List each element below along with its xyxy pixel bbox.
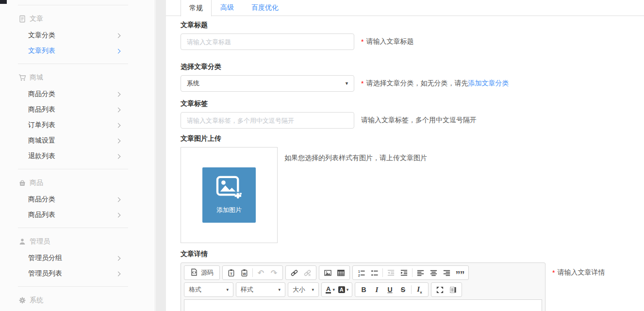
sidebar-item-product-list[interactable]: 商品列表: [0, 102, 155, 117]
chevron-right-icon: [116, 33, 121, 38]
svg-text:1: 1: [358, 269, 360, 273]
required-asterisk: *: [361, 80, 363, 87]
image-hint: 如果您选择的列表样式有图片，请上传文章图片: [284, 133, 427, 163]
align-left-icon[interactable]: [414, 267, 427, 278]
link-icon[interactable]: [288, 267, 301, 278]
sidebar-item-label: 管理员分组: [28, 254, 62, 262]
tab-general[interactable]: 常规: [181, 0, 212, 16]
undo-icon[interactable]: ↶: [254, 267, 267, 278]
admin-page: 文章 文章分类 文章列表 商城 商品分类 商品列表 订单列表 商城设置 退: [0, 0, 644, 311]
sidebar-section-mall: 商城: [0, 69, 155, 86]
sidebar-item-admin-list[interactable]: 管理员列表: [0, 266, 155, 281]
text-color-icon[interactable]: A▾: [324, 284, 337, 295]
tags-label: 文章标签: [181, 98, 354, 108]
sidebar-section-label: 文章: [30, 15, 43, 23]
hint-text: 请输入文章详情: [557, 268, 605, 277]
sidebar-divider: [18, 286, 128, 287]
svg-text:2: 2: [358, 273, 360, 277]
insert-table-icon[interactable]: [334, 267, 347, 278]
article-form: 文章标题 * 请输入文章标题 选择文章分类 系统 ▼: [166, 16, 644, 311]
italic-icon[interactable]: I: [370, 284, 383, 295]
sidebar-item-label: 商品分类: [28, 90, 55, 98]
bold-icon[interactable]: B: [357, 284, 370, 295]
tags-input[interactable]: [181, 112, 354, 129]
redo-icon[interactable]: ↷: [267, 267, 281, 278]
sidebar-item-label: 商品列表: [28, 211, 55, 219]
sidebar-divider: [18, 169, 128, 169]
show-blocks-icon[interactable]: [446, 284, 460, 295]
sidebar-item-order-list[interactable]: 订单列表: [0, 117, 155, 133]
hint-text: 请输入文章标签，多个用中文逗号隔开: [361, 116, 477, 125]
caret-down-icon: ▼: [345, 81, 349, 86]
sidebar-item-goods-category[interactable]: 商品分类: [0, 192, 155, 207]
sidebar-section-label: 商城: [30, 73, 43, 82]
hint-text: 请输入文章标题: [366, 37, 413, 46]
format-dropdown[interactable]: 格式 ▾: [184, 282, 233, 297]
sidebar-item-label: 订单列表: [28, 121, 55, 130]
insert-image-icon[interactable]: [321, 267, 334, 278]
sidebar-item-basic-info[interactable]: 基本信息: [0, 309, 155, 311]
align-center-icon[interactable]: [427, 267, 440, 278]
hint-text: 如果您选择的列表样式有图片，请上传文章图片: [284, 154, 427, 163]
svg-text:T: T: [230, 271, 232, 276]
chevron-right-icon: [116, 123, 121, 128]
styles-dropdown[interactable]: 样式 ▾: [236, 282, 285, 297]
sidebar-section-system: 系统: [0, 292, 155, 309]
underline-icon[interactable]: U: [383, 284, 396, 295]
rich-text-editor: 源码 T W ↶: [181, 262, 545, 311]
title-label: 文章标题: [181, 20, 354, 30]
category-select[interactable]: 系统 ▼: [181, 75, 354, 92]
numbered-list-icon[interactable]: 12: [355, 267, 368, 278]
chevron-right-icon: [116, 197, 121, 202]
form-row-title: 文章标题 * 请输入文章标题: [181, 20, 644, 50]
image-label: 文章图片上传: [181, 133, 278, 143]
tab-bar: 常规 高级 百度优化: [166, 0, 644, 16]
sidebar-item-product-category[interactable]: 商品分类: [0, 86, 155, 102]
chevron-right-icon: [116, 92, 121, 97]
paste-word-icon[interactable]: W: [238, 267, 251, 278]
align-right-icon[interactable]: [440, 267, 453, 278]
form-row-image: 文章图片上传 添加图片 如果您选择的列表样式有图片，请上传文章图片: [181, 133, 644, 243]
category-selected-value: 系统: [187, 79, 199, 88]
editor-content-area[interactable]: [184, 299, 542, 311]
add-category-link[interactable]: 添加文章分类: [468, 79, 509, 88]
title-hint: * 请输入文章标题: [361, 37, 413, 46]
sidebar-item-label: 商品列表: [28, 105, 55, 114]
unlink-icon[interactable]: [301, 267, 314, 278]
required-asterisk: *: [552, 269, 555, 277]
chevron-right-icon: [116, 107, 121, 112]
background-color-icon[interactable]: A▾: [337, 284, 350, 295]
size-dropdown[interactable]: 大小 ▾: [288, 282, 319, 297]
outdent-icon[interactable]: [384, 267, 397, 278]
sidebar-section-article: 文章: [0, 10, 155, 28]
add-image-button[interactable]: 添加图片: [202, 167, 256, 223]
blockquote-icon[interactable]: ””: [453, 267, 466, 278]
sidebar-item-goods-list[interactable]: 商品列表: [0, 207, 155, 223]
sidebar-item-mall-settings[interactable]: 商城设置: [0, 133, 155, 148]
indent-icon[interactable]: [397, 267, 411, 278]
tab-baidu-seo[interactable]: 百度优化: [243, 0, 287, 16]
sidebar-section-label: 管理员: [30, 237, 50, 246]
maximize-icon[interactable]: [433, 284, 446, 295]
sidebar-item-article-category[interactable]: 文章分类: [0, 28, 155, 43]
tab-advanced[interactable]: 高级: [212, 0, 243, 16]
tags-hint: 请输入文章标签，多个用中文逗号隔开: [361, 116, 477, 125]
editor-toolbar-row-1: 源码 T W ↶: [184, 265, 542, 280]
sidebar-item-label: 文章列表: [28, 47, 55, 55]
sidebar-item-article-list[interactable]: 文章列表: [0, 43, 155, 59]
source-button[interactable]: 源码: [186, 267, 217, 278]
strikethrough-icon[interactable]: S: [396, 284, 410, 295]
sidebar-item-admin-groups[interactable]: 管理员分组: [0, 250, 155, 266]
detail-label: 文章详情: [181, 249, 545, 259]
remove-format-icon[interactable]: Ix: [413, 284, 426, 295]
layout-gutter: [156, 0, 166, 311]
title-input[interactable]: [181, 33, 354, 50]
admin-icon: [18, 238, 26, 246]
sidebar-section-label: 系统: [30, 296, 43, 305]
bulleted-list-icon[interactable]: [368, 267, 381, 278]
paste-text-icon[interactable]: T: [225, 267, 238, 278]
chevron-right-icon: [116, 49, 121, 53]
sidebar-item-refund-list[interactable]: 退款列表: [0, 148, 155, 164]
source-label: 源码: [201, 268, 214, 277]
detail-hint: * 请输入文章详情: [552, 249, 605, 277]
